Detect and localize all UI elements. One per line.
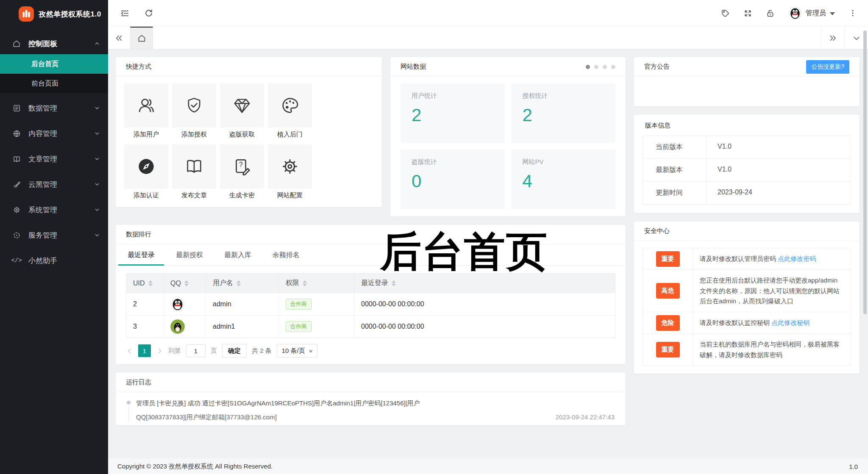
fullscreen-icon[interactable]: [743, 9, 752, 18]
page-unit-label: 页: [211, 347, 217, 355]
carousel-dots[interactable]: [586, 65, 615, 69]
announcement-card: 官方公告 公告没更新?: [634, 57, 860, 106]
tab-home[interactable]: [130, 27, 153, 49]
chevron-down-icon: [95, 131, 100, 136]
sidebar-item-frontend-page[interactable]: 前台页面: [0, 74, 108, 93]
column-header-last-login[interactable]: 最近登录: [354, 274, 615, 293]
sidebar-item-content-management[interactable]: 内容管理: [0, 123, 108, 144]
severity-badge: 高危: [656, 283, 680, 299]
avatar: [170, 297, 185, 311]
column-header-role[interactable]: 权限: [279, 274, 354, 293]
goto-page-input[interactable]: 1: [186, 344, 206, 357]
stat-licenses: 授权统计 2: [512, 83, 616, 143]
log-line-continued: QQ[3083737833]|用户绑定邮箱[37733@126.com]: [136, 413, 277, 422]
shortcut-backdoor[interactable]: 植入后门: [268, 83, 312, 139]
footer-version: 1.0: [849, 463, 858, 470]
card-title: 数据排行: [126, 230, 151, 238]
carousel-dot[interactable]: [594, 65, 598, 69]
gear-icon: [12, 206, 21, 214]
chevron-up-icon: [95, 41, 100, 46]
goto-label: 到第: [168, 347, 181, 355]
sidebar-item-cloud-blacklist[interactable]: 云黑管理: [0, 174, 108, 195]
user-menu[interactable]: 管理员: [788, 6, 835, 20]
sidebar-item-assistant[interactable]: </> 小然助手: [0, 250, 108, 271]
severity-badge: 危险: [656, 315, 680, 331]
log-entry: 管理员 [卡密兑换] 成功 通过卡密[S1OGAgrNAm19RCEoPTHS]…: [116, 392, 626, 422]
tabbar: [108, 26, 868, 50]
chevron-down-icon: [95, 233, 100, 238]
tab-recent-login[interactable]: 最近登录: [127, 244, 156, 265]
collapse-sidebar-icon[interactable]: [120, 8, 130, 18]
unlock-icon[interactable]: [766, 9, 775, 18]
sidebar-item-data-management[interactable]: 数据管理: [0, 97, 108, 119]
card-title: 官方公告: [644, 63, 670, 71]
change-secret-link[interactable]: 点此修改秘钥: [771, 319, 810, 326]
shortcut-publish-article[interactable]: 发布文章: [172, 144, 216, 200]
copyright-text: Copyright © 2023 孜然单授权系统 All Rights Rese…: [117, 463, 273, 471]
more-menu-icon[interactable]: [849, 9, 857, 17]
avatar: [170, 319, 185, 334]
sidebar-item-label: 内容管理: [28, 129, 87, 139]
chevron-down-icon: ∨: [308, 348, 313, 354]
sidebar-item-label: 控制面板: [28, 39, 87, 49]
severity-badge: 重要: [656, 342, 680, 358]
table-row: 3 admin1 合作商 0000-00-00 00:00:00: [126, 315, 615, 338]
tab-latest-storage[interactable]: 最新入库: [223, 244, 252, 265]
card-title: 版本信息: [643, 122, 851, 136]
shortcut-add-license[interactable]: 添加授权: [172, 83, 216, 139]
shortcut-add-user[interactable]: 添加用户: [124, 83, 168, 139]
security-table: 重要 请及时修改默认管理员密码 点此修改密码 高危 您正在使用后台默认路径请您手…: [643, 248, 851, 366]
shortcut-add-auth[interactable]: 添加认证: [124, 144, 168, 200]
confirm-button[interactable]: 确定: [222, 344, 247, 358]
severity-badge: 重要: [656, 251, 680, 267]
sidebar-item-label: 服务管理: [28, 230, 87, 240]
sidebar-item-system-management[interactable]: 系统管理: [0, 199, 108, 220]
tab-latest-license[interactable]: 最新授权: [175, 244, 204, 265]
refresh-icon[interactable]: [144, 8, 153, 18]
carousel-dot[interactable]: [586, 65, 590, 69]
column-header-uid[interactable]: UID: [126, 274, 164, 293]
version-info-card: 版本信息 当前版本 V1.0 最新版本 V1.0 更新时间 2023-09-24: [634, 115, 860, 213]
scrollbar-thumb[interactable]: [863, 30, 867, 314]
user-avatar: [788, 6, 802, 20]
timeline-dot-icon: [127, 399, 131, 422]
shortcut-piracy-fetch[interactable]: 盗版获取: [220, 83, 264, 139]
sidebar-item-service-management[interactable]: 服务管理: [0, 225, 108, 246]
security-center-card: 安全中心 重要 请及时修改默认管理员密码 点此修改密码 高危 您正在使用后台默认…: [634, 222, 860, 374]
tab-balance-rank[interactable]: 余额排名: [272, 244, 300, 265]
prev-page-icon[interactable]: [126, 347, 133, 355]
carousel-dot[interactable]: [611, 65, 615, 69]
user-icon: [124, 83, 168, 128]
tabs-scroll-right-icon[interactable]: [821, 27, 844, 49]
page-number-button[interactable]: 1: [138, 344, 151, 357]
card-title: 运行日志: [126, 378, 151, 386]
document-icon: [12, 104, 21, 112]
page-size-select[interactable]: 10 条/页 ∨: [277, 344, 317, 358]
tag-icon[interactable]: [721, 9, 730, 18]
chevron-down-icon: [95, 105, 100, 111]
column-header-qq[interactable]: QQ: [164, 274, 206, 293]
change-password-link[interactable]: 点此修改密码: [778, 255, 816, 262]
footer: Copyright © 2023 孜然单授权系统 All Rights Rese…: [108, 459, 868, 474]
caret-down-icon: [830, 12, 835, 15]
sidebar: 孜然单授权系统1.0 控制面板 后台首页 前台页面 数据管理: [0, 0, 108, 474]
book-icon: [12, 155, 21, 163]
next-page-icon[interactable]: [156, 347, 163, 355]
column-header-username[interactable]: 用户名: [206, 274, 279, 293]
sidebar-submenu-control-panel: 后台首页 前台页面: [0, 54, 108, 93]
ranking-tabs: 最近登录 最新授权 最新入库 余额排名: [116, 244, 626, 266]
announcement-refresh-button[interactable]: 公告没更新?: [806, 60, 849, 74]
tabs-scroll-left-icon[interactable]: [108, 27, 130, 49]
topbar: 管理员: [108, 0, 868, 26]
shortcut-site-config[interactable]: 网站配置: [268, 144, 312, 200]
sidebar-item-backend-home[interactable]: 后台首页: [0, 54, 108, 74]
carousel-dot[interactable]: [603, 65, 607, 69]
stat-piracy: 盗版统计 0: [401, 150, 505, 209]
sidebar-item-control-panel[interactable]: 控制面板: [0, 33, 108, 54]
shield-check-icon: [172, 83, 216, 128]
security-item: 高危 您正在使用后台默认路径请您手动更改app/admin文件夹的名称，原因：他…: [643, 269, 851, 312]
role-badge: 合作商: [286, 299, 312, 310]
shortcut-generate-key[interactable]: ? 生成卡密: [220, 144, 264, 200]
sidebar-item-article-management[interactable]: 文章管理: [0, 148, 108, 169]
card-title: 安全中心: [644, 227, 670, 235]
